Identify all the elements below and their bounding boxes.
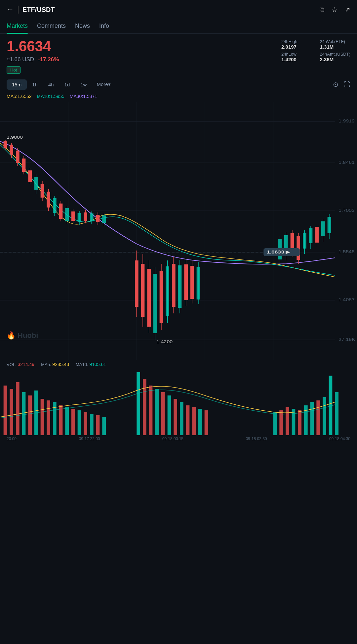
- svg-rect-121: [192, 407, 196, 435]
- svg-text:27.19K: 27.19K: [338, 337, 355, 342]
- svg-rect-130: [310, 402, 314, 435]
- svg-rect-28: [53, 198, 57, 213]
- svg-rect-107: [78, 410, 81, 435]
- svg-rect-95: [4, 386, 7, 435]
- ma-row: MA5:1.6552 MA10:1.5955 MA30:1.5871: [0, 92, 357, 102]
- svg-rect-60: [178, 265, 182, 308]
- tab-comments[interactable]: Comments: [37, 19, 66, 33]
- time-1d[interactable]: 1d: [59, 79, 75, 90]
- svg-rect-97: [16, 382, 20, 435]
- svg-rect-50: [147, 269, 151, 327]
- tab-news[interactable]: News: [75, 19, 90, 33]
- huobi-watermark: 🔥 Huobi: [7, 331, 38, 340]
- svg-rect-133: [329, 376, 333, 435]
- fullscreen-icon[interactable]: ⛶: [344, 81, 350, 88]
- svg-rect-26: [47, 192, 50, 207]
- page-title: ETF/USDT: [22, 6, 55, 14]
- stat-high-label: 24hHigh 2.0197: [281, 39, 312, 50]
- price-change: -17.26%: [38, 56, 59, 63]
- svg-rect-84: [328, 217, 331, 233]
- header-divider: [18, 6, 19, 14]
- vol-label: VOL: 3214.49: [7, 362, 34, 367]
- svg-rect-32: [65, 208, 69, 221]
- time-more-button[interactable]: More▾: [92, 79, 115, 90]
- header: ← ETF/USDT ⧉ ☆ ↗: [0, 0, 357, 19]
- svg-rect-74: [297, 236, 300, 260]
- svg-rect-78: [309, 228, 313, 243]
- svg-rect-96: [10, 389, 13, 435]
- svg-rect-117: [168, 395, 171, 435]
- svg-rect-76: [303, 233, 306, 249]
- svg-rect-109: [90, 414, 94, 435]
- svg-text:1.6633 ▶: 1.6633 ▶: [267, 250, 291, 254]
- svg-rect-131: [316, 400, 320, 435]
- tab-markets[interactable]: Markets: [7, 19, 28, 33]
- svg-rect-111: [102, 417, 106, 435]
- svg-rect-99: [28, 395, 32, 435]
- svg-rect-118: [174, 399, 177, 435]
- tab-bar: Markets Comments News Info: [0, 19, 357, 34]
- hot-badge: Hot: [7, 66, 20, 74]
- price-usd: ≈1.66 USD: [7, 56, 34, 63]
- vol-ma5: MA5: 9285.43: [41, 362, 69, 367]
- external-link-icon[interactable]: ↗: [345, 6, 350, 14]
- time-1w[interactable]: 1w: [75, 79, 92, 90]
- svg-rect-120: [186, 405, 190, 435]
- svg-rect-34: [71, 211, 75, 221]
- svg-rect-128: [298, 410, 301, 435]
- price-section: 1.6634 ≈1.66 USD -17.26% Hot 24hHigh 2.0…: [0, 34, 357, 76]
- chart-tool-icons: ⊙ ⛶: [333, 80, 350, 88]
- price-usd-row: ≈1.66 USD -17.26%: [7, 56, 59, 63]
- svg-rect-122: [198, 409, 202, 435]
- svg-rect-52: [153, 274, 157, 333]
- time-1h[interactable]: 1h: [27, 79, 43, 90]
- svg-rect-16: [16, 151, 20, 163]
- svg-rect-112: [137, 372, 140, 435]
- time-15m[interactable]: 15m: [7, 79, 27, 90]
- volume-chart[interactable]: [0, 369, 357, 435]
- svg-rect-102: [47, 400, 50, 435]
- svg-rect-113: [143, 379, 146, 435]
- xaxis-label-2: 09-17 22:00: [79, 437, 100, 441]
- svg-rect-106: [71, 409, 75, 435]
- svg-rect-119: [180, 402, 183, 435]
- tab-info[interactable]: Info: [99, 19, 109, 33]
- svg-rect-12: [4, 141, 7, 148]
- svg-rect-20: [28, 170, 32, 182]
- svg-text:1.8461: 1.8461: [338, 160, 355, 165]
- svg-rect-56: [166, 266, 169, 316]
- svg-rect-14: [10, 145, 13, 155]
- svg-rect-126: [286, 407, 289, 435]
- price-chart[interactable]: 1.9919 1.8461 1.7003 1.5545 1.4087 27.19…: [0, 102, 357, 360]
- svg-rect-24: [41, 184, 44, 198]
- svg-rect-123: [205, 410, 208, 435]
- price-left: 1.6634 ≈1.66 USD -17.26% Hot: [7, 39, 59, 74]
- svg-rect-134: [335, 392, 338, 435]
- price-stats: 24hHigh 2.0197 24hVol.(ETF) 1.31M 24hLow…: [281, 39, 350, 62]
- split-view-icon[interactable]: ⧉: [320, 6, 324, 14]
- header-left: ← ETF/USDT: [7, 5, 55, 14]
- svg-rect-129: [304, 405, 308, 435]
- back-button[interactable]: ←: [7, 5, 14, 14]
- svg-rect-110: [96, 415, 100, 435]
- svg-rect-116: [161, 392, 165, 435]
- svg-rect-22: [34, 177, 38, 190]
- svg-rect-36: [78, 213, 81, 222]
- svg-rect-42: [96, 215, 100, 222]
- stat-vol-etf: 24hVol.(ETF) 1.31M: [320, 39, 350, 50]
- svg-text:1.9919: 1.9919: [338, 119, 355, 123]
- time-4h[interactable]: 4h: [43, 79, 59, 90]
- xaxis-label-1: 20:00: [7, 437, 17, 441]
- svg-rect-124: [273, 412, 277, 435]
- crosshair-icon[interactable]: ⊙: [333, 80, 338, 88]
- svg-rect-115: [155, 389, 159, 435]
- price-main: 1.6634: [7, 39, 59, 54]
- svg-rect-80: [315, 227, 319, 243]
- star-icon[interactable]: ☆: [332, 6, 337, 14]
- svg-rect-101: [41, 399, 44, 435]
- svg-rect-48: [141, 264, 145, 317]
- svg-rect-108: [84, 412, 87, 435]
- ma10-indicator: MA10:1.5955: [37, 94, 64, 99]
- svg-rect-104: [59, 405, 63, 435]
- xaxis-label-4: 09-18 02:30: [246, 437, 267, 441]
